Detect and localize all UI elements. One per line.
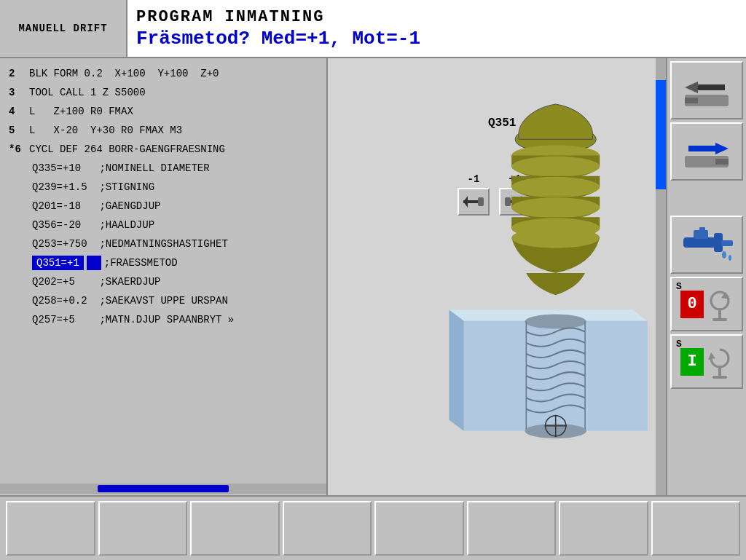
code-panel: 2 BLK FORM 0.2 X+100 Y+100 Z+0 3 TOOL CA… xyxy=(0,58,328,495)
svg-point-12 xyxy=(511,227,600,248)
code-line-q201: Q201=-18 ;GAENGDJUP xyxy=(3,197,323,216)
svg-rect-40 xyxy=(718,366,721,377)
svg-rect-27 xyxy=(715,159,729,165)
svg-point-33 xyxy=(722,251,726,259)
bottom-btn-6[interactable] xyxy=(467,501,557,556)
bottom-btn-7[interactable] xyxy=(559,501,648,556)
program-subtitle: Fräsmetod? Med=+1, Mot=-1 xyxy=(136,28,737,50)
svg-point-13 xyxy=(525,314,586,328)
svg-marker-25 xyxy=(715,143,729,154)
bottom-btn-5[interactable] xyxy=(374,501,464,556)
code-line-q335: Q335=+10 ;NOMINELL DIAMETER xyxy=(3,159,323,178)
svg-point-34 xyxy=(729,255,731,261)
svg-rect-28 xyxy=(683,237,716,248)
s1-indicator: 0 xyxy=(680,291,704,318)
ctrl-btn-right[interactable] xyxy=(670,122,743,181)
svg-rect-23 xyxy=(685,98,698,103)
code-line-q257: Q257=+5 ;MATN.DJUP SPAANBRYT » xyxy=(3,310,323,329)
bottom-toolbar xyxy=(0,495,746,560)
s-btn-red[interactable]: S 0 xyxy=(670,277,743,331)
code-line-q351[interactable]: Q351=+1 ;FRAESSMETOD xyxy=(3,253,323,272)
code-line-q356: Q356=-20 ;HAALDJUP xyxy=(3,216,323,234)
visualization-panel: Q351 -1 +1 xyxy=(328,58,666,495)
svg-rect-38 xyxy=(712,318,727,321)
scroll-thumb xyxy=(98,485,229,492)
bottom-btn-1[interactable] xyxy=(6,501,95,556)
q351-value: Q351=+1 xyxy=(32,256,84,270)
svg-marker-39 xyxy=(708,352,715,360)
svg-rect-30 xyxy=(721,240,733,246)
s-label-1: S xyxy=(676,281,682,292)
controls-panel: S 0 S I xyxy=(666,58,746,495)
bottom-btn-3[interactable] xyxy=(190,501,280,556)
header: MANUELL DRIFT PROGRAM INMATNING Fräsmeto… xyxy=(0,0,746,58)
code-line-3: 3 TOOL CALL 1 Z S5000 xyxy=(3,83,323,102)
bottom-btn-2[interactable] xyxy=(98,501,188,556)
svg-rect-24 xyxy=(688,146,718,151)
s-label-2: S xyxy=(676,339,682,350)
bottom-btn-8[interactable] xyxy=(651,501,741,556)
svg-rect-20 xyxy=(696,84,725,90)
code-line-q258: Q258=+0.2 ;SAEKAVST UPPE URSPAN xyxy=(3,291,323,310)
header-right: PROGRAM INMATNING Fräsmetod? Med=+1, Mot… xyxy=(127,0,746,57)
q351-comment: ;FRAESSMETOD xyxy=(104,257,178,269)
screw-visualization xyxy=(328,58,666,495)
mode-label: MANUELL DRIFT xyxy=(0,0,127,57)
svg-rect-41 xyxy=(712,376,727,379)
bottom-btn-4[interactable] xyxy=(283,501,372,556)
s-btn-green[interactable]: S I xyxy=(670,334,743,389)
horizontal-scrollbar[interactable] xyxy=(0,484,326,494)
code-line-2: 2 BLK FORM 0.2 X+100 Y+100 Z+0 xyxy=(3,64,323,83)
ctrl-btn-faucet[interactable] xyxy=(670,216,743,274)
main-area: 2 BLK FORM 0.2 X+100 Y+100 Z+0 3 TOOL CA… xyxy=(0,58,746,495)
code-line-4: 4 L Z+100 R0 FMAX xyxy=(3,102,323,121)
svg-marker-21 xyxy=(685,82,698,93)
q351-indicator xyxy=(87,256,101,270)
s2-indicator: I xyxy=(680,348,704,376)
code-line-q253: Q253=+750 ;NEDMATNINGSHASTIGHET xyxy=(3,234,323,253)
svg-point-10 xyxy=(511,197,600,218)
svg-rect-37 xyxy=(718,308,721,320)
code-line-q202: Q202=+5 ;SKAERDJUP xyxy=(3,272,323,291)
code-line-6: *6 CYCL DEF 264 BORR-GAENGFRAESNING xyxy=(3,140,323,159)
svg-point-8 xyxy=(511,157,600,177)
svg-rect-32 xyxy=(699,227,705,233)
code-line-5: 5 L X-20 Y+30 R0 FMAX M3 xyxy=(3,121,323,140)
ctrl-btn-left[interactable] xyxy=(670,61,743,119)
program-title: PROGRAM INMATNING xyxy=(136,8,737,26)
svg-point-9 xyxy=(511,177,600,197)
code-line-q239: Q239=+1.5 ;STIGNING xyxy=(3,178,323,197)
